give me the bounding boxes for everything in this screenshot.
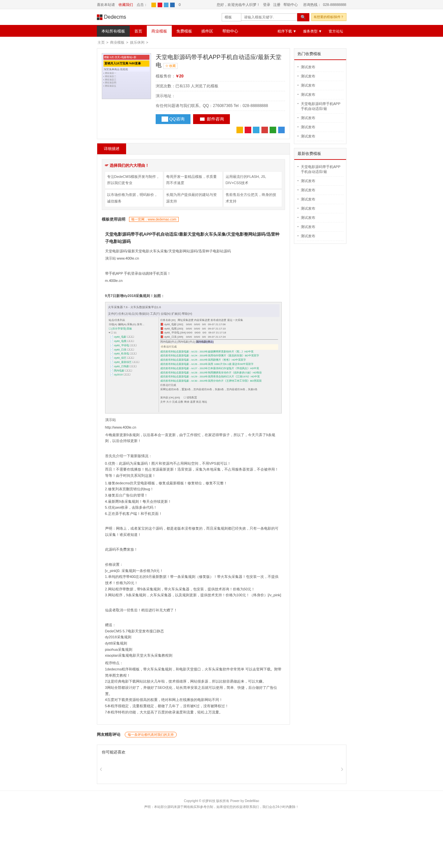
nav-plugins[interactable]: 插件区	[197, 26, 218, 37]
nav-help[interactable]: 帮助中心	[218, 26, 243, 37]
logo[interactable]: Dedecms	[97, 14, 126, 20]
list-item[interactable]: 测试发布	[297, 204, 344, 213]
reason-item: 售前售后全方位把关，终身的技术支持	[223, 189, 282, 207]
list-item[interactable]: 测试发布	[297, 213, 344, 222]
list-item[interactable]: 测试发布	[297, 222, 344, 232]
list-item[interactable]: 测试发布	[297, 195, 344, 204]
list-item[interactable]: 测试发布	[297, 114, 344, 123]
weibo-share-icon[interactable]	[245, 127, 251, 133]
list-item[interactable]: 测试发布	[297, 72, 344, 81]
reasons-box: ☞ 选择我们的六大理由！ 专注DedeCMS模板开发与制作，所以我们更专业 每周…	[102, 159, 285, 210]
mail-button[interactable]: 邮件咨询	[193, 114, 230, 124]
search-category[interactable]: 模板	[222, 13, 241, 21]
qq-button[interactable]: QQ咨询	[156, 114, 190, 124]
topbar: 喜欢本站请 收藏我们 点击： 0 您好，欢迎光临牛人织梦！ 登录 注册 帮助中心…	[0, 0, 443, 9]
douban-share-icon[interactable]	[270, 127, 276, 133]
footer: Copyright © 织梦科技 版权所有 Power by DedeMao 声…	[0, 790, 443, 817]
qzone-share-icon[interactable]	[236, 127, 243, 133]
help-link[interactable]: 帮助中心	[284, 3, 298, 6]
sidebar-new-title: 最新收费模板	[294, 148, 346, 160]
search-input[interactable]	[241, 13, 297, 21]
share-bar	[156, 127, 285, 134]
related-section: 你可能还喜欢 ‹ ›	[97, 745, 347, 784]
list-item[interactable]: 测试发布	[297, 232, 344, 241]
copyright: Copyright © 织梦科技 版权所有 Power by DedeMao	[0, 799, 443, 803]
weibo-icon[interactable]	[158, 3, 162, 7]
next-arrow-icon[interactable]: ›	[341, 764, 344, 774]
ad-banner[interactable]: 有想要的模板/插件？	[311, 13, 347, 21]
footer-note: 声明：本站部分源码来源于网络购买和参考仿制，如果侵犯您的权益请联系我们，我们会在…	[0, 805, 443, 809]
nav-service[interactable]: 服务类型 ▼	[300, 26, 325, 37]
article-h1: 天堂电影源码带手机APP手机自动适应/最新天堂电影火车头采集/天堂电影整网站源码…	[105, 231, 282, 245]
tencent-share-icon[interactable]	[253, 127, 260, 133]
product-price: ￥20	[175, 74, 183, 79]
hotline-number: 028-88888888	[323, 3, 347, 6]
product-box: 精影 9月 仿天<电影客站>新 直销月入10万宝典 %80直暴 淘宝免单商品 抢…	[97, 48, 290, 139]
nav-home[interactable]: 首页	[130, 26, 147, 37]
comment-section: 网友精彩评论 每一条评论都代表对我们的支持	[97, 728, 290, 741]
list-item[interactable]: 测试发布	[297, 177, 344, 186]
related-title: 你可能还喜欢	[102, 749, 342, 755]
reason-item: 每周开发一套精品模板，求质量而不求速度	[164, 171, 223, 189]
reason-item: 以市场价格为依据，明码标价，诚信服务	[105, 189, 164, 207]
click-label: 点击：	[137, 3, 147, 6]
prev-arrow-icon[interactable]: ‹	[100, 764, 102, 774]
social-icons	[151, 3, 176, 6]
sidebar-hot-title: 热门收费模板	[294, 49, 346, 60]
tab-detail[interactable]: 详细描述	[97, 144, 126, 154]
nav-download[interactable]: 程序下载 ▼	[274, 26, 300, 37]
view-count: 已有133 人浏览了此模板	[175, 84, 218, 88]
nav-free[interactable]: 免费模板	[172, 26, 197, 37]
search-button[interactable]: 🔍	[297, 13, 309, 21]
more-share-icon[interactable]	[278, 127, 285, 133]
list-item[interactable]: 测试发布	[297, 132, 344, 141]
product-thumbnail[interactable]: 精影 9月 仿天<电影客站>新 直销月入10万宝典 %80直暴 淘宝免单商品 抢…	[102, 53, 151, 99]
reason-item: 长期为用户提供最好的建站与资源支持	[164, 189, 223, 207]
click-count: 0	[179, 3, 181, 6]
list-item[interactable]: 天堂电影源码带手机APP手机自动适应/最	[297, 99, 344, 114]
nav-all-templates[interactable]: 本站所有模板	[97, 26, 130, 37]
collector-screenshot: 火车采集器 7.6 - 火车头数据采集平台1.6 文件(F) 任务(J) 站点(…	[105, 302, 282, 413]
reason-item: 专注DedeCMS模板开发与制作，所以我们更专业	[105, 171, 164, 189]
reason-item: 运用最流行的FLASH, JS, DIV+CSS技术	[223, 171, 282, 189]
renren-share-icon[interactable]	[261, 127, 268, 133]
fav-button[interactable]: 收藏我们	[119, 3, 133, 6]
register-link[interactable]: 注册	[273, 3, 280, 6]
sidebar-hot: 热门收费模板 测试发布 测试发布 测试发布 测试发布 天堂电影源码带手机APP手…	[294, 48, 347, 144]
sidebar-new: 最新收费模板 天堂电影源码带手机APP手机自动适应/最 测试发布 测试发布 测试…	[294, 148, 347, 244]
detail-content: ☞ 选择我们的六大理由！ 专注DedeCMS模板开发与制作，所以我们更专业 每周…	[97, 154, 290, 724]
list-item[interactable]: 测试发布	[297, 81, 344, 90]
tencent-icon[interactable]	[164, 3, 169, 7]
header: Dedecms 模板 🔍 有想要的模板/插件？	[0, 9, 443, 26]
favorite-button[interactable]: ☆ 收藏	[163, 63, 178, 69]
welcome-text: 您好，欢迎光临牛人织梦！	[217, 3, 260, 6]
reasons-title: ☞ 选择我们的六大理由！	[105, 162, 282, 171]
search-bar: 模板 🔍 有想要的模板/插件？	[222, 13, 347, 21]
list-item[interactable]: 测试发布	[297, 63, 344, 72]
contact-info: 有任何问题请与我们联系。QQ：276087365 Tel：028-8888888…	[156, 101, 285, 111]
comment-tag: 每一条评论都代表对我们的支持	[125, 732, 177, 737]
demo-label: 演示地址：	[156, 94, 175, 98]
tab-header: 详细描述	[97, 143, 290, 154]
renren-icon[interactable]	[170, 3, 175, 7]
product-title: 天堂电影源码带手机APP手机自动适应/最新天堂电 ☆ 收藏	[156, 53, 285, 69]
hotline-label: 咨询热线：	[303, 3, 321, 6]
main-nav: 本站所有模板 首页 商业模板 免费模板 插件区 帮助中心 程序下载 ▼ 服务类型…	[0, 26, 443, 37]
official-tag: 唯一官网：www.dedemao.com	[129, 217, 179, 222]
qzone-icon[interactable]	[151, 3, 156, 7]
article-body: 天堂电影源码带手机APP手机自动适应/最新天堂电影火车头采集/天堂电影整网站源码…	[102, 225, 285, 720]
list-item[interactable]: 测试发布	[297, 123, 344, 132]
usage-title: 模板使用说明 唯一官网：www.dedemao.com	[102, 214, 285, 225]
qq-icon	[161, 117, 168, 122]
fav-label: 喜欢本站请	[97, 3, 115, 6]
nav-forum[interactable]: 官方论坛	[325, 26, 347, 37]
breadcrumb: 主页 > 商业模板 > 娱乐休闲 >	[97, 37, 347, 48]
login-link[interactable]: 登录	[263, 3, 270, 6]
list-item[interactable]: 测试发布	[297, 186, 344, 195]
mail-icon	[199, 117, 206, 122]
list-item[interactable]: 天堂电影源码带手机APP手机自动适应/最	[297, 162, 344, 177]
list-item[interactable]: 测试发布	[297, 90, 344, 99]
nav-commercial[interactable]: 商业模板	[147, 26, 172, 37]
